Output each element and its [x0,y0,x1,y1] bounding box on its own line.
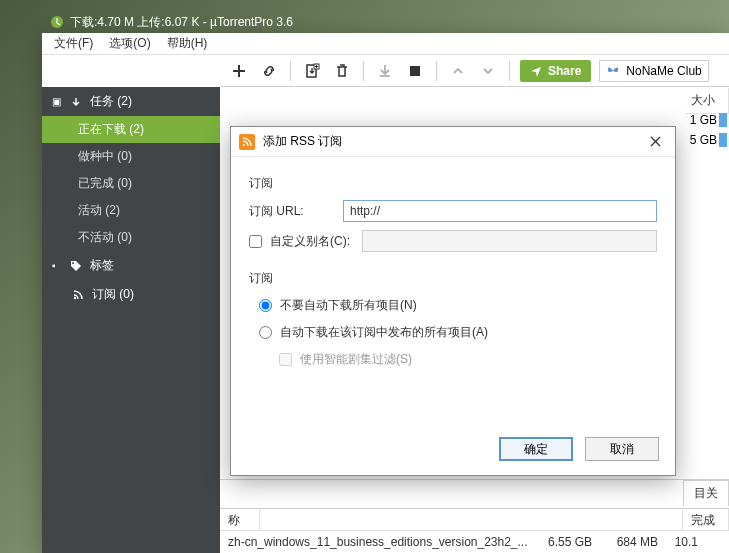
sidebar-item-completed[interactable]: 已完成 (0) [42,170,220,197]
alias-input [362,230,657,252]
col-done[interactable]: 完成 [683,509,729,530]
menubar: 文件(F) 选项(O) 帮助(H) [42,33,729,55]
section-subscription: 订阅 [249,270,657,287]
radio-no-auto[interactable]: 不要自动下载所有项目(N) [259,297,657,314]
alias-checkbox[interactable] [249,235,262,248]
add-url-button[interactable] [256,58,282,84]
move-down-button[interactable] [475,58,501,84]
move-up-button[interactable] [445,58,471,84]
detail-tab-related[interactable]: 目关 [683,480,729,506]
add-rss-dialog: 添加 RSS 订阅 订阅 订阅 URL: 自定义别名(C): 订阅 不要自动下载… [230,126,676,476]
stop-button[interactable] [402,58,428,84]
svg-rect-5 [410,66,420,76]
bundle-label: NoNaMe Club [626,64,701,78]
cell-size: 5 GB [690,133,717,147]
cell-size: 6.55 GB [540,532,600,552]
smart-filter-checkbox [279,353,292,366]
chevron-down-icon [70,96,82,108]
titlebar: 下载:4.70 M 上传:6.07 K - µTorrentPro 3.6 [42,11,729,33]
toolbar: Share NoNaMe Club [220,55,729,87]
share-button[interactable]: Share [520,60,591,82]
dialog-body: 订阅 订阅 URL: 自定义别名(C): 订阅 不要自动下载所有项目(N) 自动… [231,157,675,380]
radio-no-auto-label: 不要自动下载所有项目(N) [280,297,417,314]
col-name[interactable]: 称 [220,509,260,530]
table-row[interactable]: 5 GB [683,130,729,150]
share-icon [530,65,542,77]
app-icon [50,15,64,29]
create-torrent-button[interactable] [299,58,325,84]
sidebar-item-downloading[interactable]: 正在下载 (2) [42,116,220,143]
svg-point-6 [243,144,245,146]
rss-icon [239,134,255,150]
radio-auto[interactable]: 自动下载在该订阅中发布的所有项目(A) [259,324,657,341]
separator [363,61,364,81]
dialog-buttons: 确定 取消 [499,437,659,461]
expand-icon: ▪ [52,260,62,271]
sidebar-tasks-label: 任务 (2) [90,93,132,110]
butterfly-icon [606,65,620,77]
sidebar-item-active[interactable]: 活动 (2) [42,197,220,224]
radio-auto-input[interactable] [259,326,272,339]
col-spacer[interactable] [260,509,683,530]
table-row[interactable]: 1 GB [683,110,729,130]
titlebar-text: 下载:4.70 M 上传:6.07 K - µTorrentPro 3.6 [70,14,293,31]
sidebar-feeds-label: 订阅 (0) [92,286,134,303]
separator [509,61,510,81]
menu-options[interactable]: 选项(O) [101,33,158,54]
smart-filter-row: 使用智能剧集过滤(S) [279,351,657,368]
sidebar-labels-label: 标签 [90,257,114,274]
cell-size: 1 GB [690,113,717,127]
sidebar-labels-header[interactable]: ▪ 标签 [42,251,220,280]
url-label: 订阅 URL: [249,203,335,220]
cell-done: 684 MB [600,532,666,552]
torrent-rows-partial: 1 GB 5 GB [683,110,729,150]
url-input[interactable] [343,200,657,222]
cell-pct: 10.1 [666,532,706,552]
separator [290,61,291,81]
close-button[interactable] [643,130,667,154]
share-label: Share [548,64,581,78]
radio-no-auto-input[interactable] [259,299,272,312]
dialog-titlebar: 添加 RSS 订阅 [231,127,675,157]
ok-button[interactable]: 确定 [499,437,573,461]
cancel-button[interactable]: 取消 [585,437,659,461]
rss-icon [72,289,84,301]
separator [436,61,437,81]
table-row[interactable]: zh-cn_windows_11_business_editions_versi… [220,531,729,553]
progress-segment [719,113,727,127]
menu-help[interactable]: 帮助(H) [159,33,216,54]
sidebar-item-inactive[interactable]: 不活动 (0) [42,224,220,251]
bundle-button[interactable]: NoNaMe Club [599,60,708,82]
tag-icon [70,260,82,272]
radio-auto-label: 自动下载在该订阅中发布的所有项目(A) [280,324,488,341]
menu-file[interactable]: 文件(F) [46,33,101,54]
sidebar-feeds-header[interactable]: 订阅 (0) [42,280,220,309]
add-torrent-button[interactable] [226,58,252,84]
sidebar-tasks-header[interactable]: ▣ 任务 (2) [42,87,220,116]
detail-tabs: 目关 [220,479,729,505]
cell-name: zh-cn_windows_11_business_editions_versi… [220,532,540,552]
section-feed: 订阅 [249,175,657,192]
bottom-table: 称 完成 zh-cn_windows_11_business_editions_… [220,508,729,553]
start-button[interactable] [372,58,398,84]
dialog-title: 添加 RSS 订阅 [263,133,342,150]
svg-point-2 [74,296,76,298]
progress-segment [719,133,727,147]
collapse-icon: ▣ [52,96,62,107]
bottom-table-header: 称 完成 [220,509,729,531]
remove-button[interactable] [329,58,355,84]
alias-label: 自定义别名(C): [270,233,350,250]
sidebar-item-seeding[interactable]: 做种中 (0) [42,143,220,170]
smart-filter-label: 使用智能剧集过滤(S) [300,351,412,368]
sidebar: ▣ 任务 (2) 正在下载 (2) 做种中 (0) 已完成 (0) 活动 (2)… [42,87,220,553]
svg-point-1 [72,262,74,264]
